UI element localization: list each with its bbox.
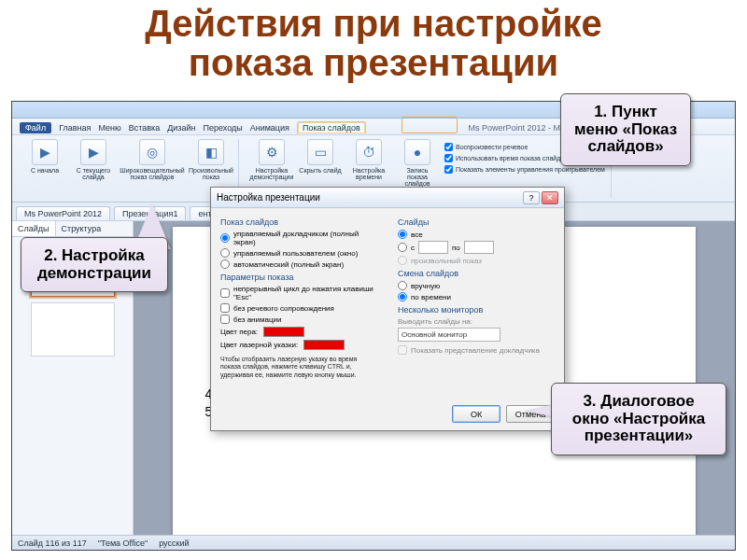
dialog-ok-button[interactable]: ОК: [452, 405, 500, 423]
slide-thumbnail-next[interactable]: [31, 302, 115, 357]
opt-auto[interactable]: автоматический (полный экран): [220, 259, 379, 269]
status-language[interactable]: русский: [159, 539, 189, 548]
laser-hint: Чтобы отобразить лазерную указку во врем…: [220, 356, 379, 379]
dialog-close-button[interactable]: ✕: [542, 191, 558, 204]
pen-color-row[interactable]: Цвет пера:: [220, 327, 379, 337]
play-icon: ▶: [32, 139, 58, 165]
tab-insert[interactable]: Вставка: [129, 123, 160, 133]
record-icon: ●: [404, 139, 430, 165]
tab-slideshow[interactable]: Показ слайдов: [297, 121, 366, 133]
status-slide-count: Слайд 116 из 117: [18, 539, 87, 548]
setup-icon: ⚙: [259, 139, 285, 165]
sec-options: Параметры показа: [220, 273, 379, 282]
tab-home[interactable]: Главная: [59, 123, 91, 133]
sec-advance: Смена слайдов: [398, 269, 555, 278]
timer-icon: ⏱: [356, 139, 382, 165]
custom-show-icon: ◧: [198, 139, 224, 165]
monitor-label: Выводить слайды на:: [398, 317, 555, 326]
opt-nonarration[interactable]: без речевого сопровождения: [220, 303, 379, 313]
sec-monitors: Несколько мониторов: [398, 305, 555, 315]
btn-from-beginning[interactable]: ▶ С начала: [23, 139, 66, 198]
chk-show-controls[interactable]: Показать элементы управления проигрывате…: [444, 165, 605, 174]
title-line-1: Действия при настройке: [9, 4, 738, 43]
opt-speaker[interactable]: управляемый докладчиком (полный экран): [220, 230, 379, 246]
tab-transitions[interactable]: Переходы: [203, 123, 242, 133]
callout-2: 2. Настройка демонстрации: [21, 237, 168, 292]
tab-file[interactable]: Файл: [20, 122, 51, 133]
dialog-help-button[interactable]: ?: [523, 191, 540, 204]
opt-user[interactable]: управляемый пользователем (окно): [220, 248, 379, 258]
laser-color-row[interactable]: Цвет лазерной указки:: [220, 340, 379, 350]
tab-animations[interactable]: Анимация: [250, 123, 289, 133]
setup-dialog: Настройка презентации ? ✕ Показ слайдов …: [210, 187, 565, 431]
laser-color-swatch[interactable]: [303, 340, 345, 350]
opt-noanimation[interactable]: без анимации: [220, 315, 379, 324]
sec-show-type: Показ слайдов: [220, 217, 379, 227]
tab-design[interactable]: Дизайн: [167, 123, 195, 133]
status-bar: Слайд 116 из 117 "Тема Office" русский: [12, 535, 735, 550]
btn-from-current[interactable]: ▶ С текущего слайда: [72, 139, 115, 198]
hide-slide-icon: ▭: [307, 139, 333, 165]
doc-tab-1[interactable]: Ms PowerPoint 2012: [16, 206, 110, 220]
opt-all-slides[interactable]: все: [398, 230, 555, 239]
btn-broadcast[interactable]: ◎ Широковещательный показ слайдов: [120, 139, 184, 198]
play-current-icon: ▶: [80, 139, 106, 165]
dialog-title-text: Настройка презентации: [217, 192, 320, 203]
callout-3: 3. Диалоговое окно «Настройка презентаци…: [551, 383, 726, 455]
broadcast-icon: ◎: [139, 139, 165, 165]
opt-presenter-view[interactable]: Показать представление докладчика: [398, 345, 555, 355]
side-tab-outline[interactable]: Структура: [56, 221, 107, 236]
opt-loop[interactable]: непрерывный цикл до нажатия клавиши "Esc…: [220, 285, 379, 301]
page-title: Действия при настройке показа презентаци…: [0, 0, 747, 88]
sec-slides: Слайды: [398, 217, 555, 227]
title-line-2: показа презентации: [9, 43, 738, 82]
opt-custom-show[interactable]: произвольный показ: [398, 256, 555, 265]
dialog-titlebar[interactable]: Настройка презентации ? ✕: [211, 188, 564, 208]
tab-menu[interactable]: Меню: [98, 123, 120, 133]
spin-to[interactable]: [464, 241, 494, 254]
spin-from[interactable]: [418, 241, 448, 254]
status-theme: "Тема Office": [98, 539, 148, 548]
opt-from-to[interactable]: с по: [398, 241, 555, 254]
pen-color-swatch[interactable]: [263, 327, 304, 337]
opt-manual[interactable]: вручную: [398, 281, 555, 290]
side-tab-slides[interactable]: Слайды: [12, 221, 56, 236]
opt-timing[interactable]: по времени: [398, 292, 555, 301]
callout-1: 1. Пункт меню «Показ слайдов»: [560, 93, 691, 166]
monitor-select[interactable]: Основной монитор: [398, 328, 500, 342]
